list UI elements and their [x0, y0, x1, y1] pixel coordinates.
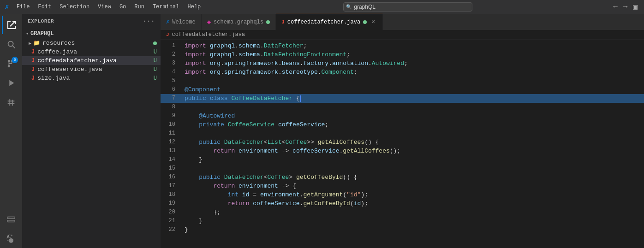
code-line-13: 13 return environment -> coffeeService.g…: [161, 147, 644, 155]
schema-modified-dot: [266, 20, 270, 24]
filename-coffee: coffee.java: [37, 48, 77, 55]
code-editor[interactable]: 1 import graphql.schema.DataFetcher; 2 i…: [161, 40, 644, 248]
graphql-tab-icon: ◈: [207, 18, 211, 26]
menu-view[interactable]: View: [94, 3, 115, 11]
java-tab-icon: J: [281, 19, 285, 25]
file-size-java[interactable]: J size.java U: [22, 74, 161, 83]
code-line-11: 11: [161, 129, 644, 138]
tab-close-button[interactable]: ×: [370, 18, 377, 26]
menu-bar: File Edit Selection View Go Run Terminal…: [13, 3, 205, 11]
main-layout: 5 EXPLORER ··· ▾ GRAPHQL: [0, 14, 644, 248]
menu-help[interactable]: Help: [184, 3, 205, 11]
menu-go[interactable]: Go: [116, 3, 130, 11]
sidebar: EXPLORER ··· ▾ GRAPHQL ▶ 📁 resources J c…: [22, 14, 161, 248]
code-line-6: 6 @Component: [161, 85, 644, 94]
code-line-5: 5: [161, 77, 644, 85]
file-coffeedatafetcher-java[interactable]: J coffeedatafetcher.java U: [22, 56, 161, 65]
breadcrumb-java-icon: J: [166, 32, 169, 37]
svg-line-1: [12, 46, 15, 48]
code-line-19: 19 return coffeeService.getCoffeeById(id…: [161, 199, 644, 208]
file-coffee-java[interactable]: J coffee.java U: [22, 47, 161, 56]
extensions-activity-icon[interactable]: [2, 93, 20, 112]
tab-welcome[interactable]: ✗ Welcome: [161, 14, 202, 30]
svg-point-0: [8, 41, 13, 47]
source-control-badge: 5: [12, 57, 18, 63]
svg-rect-2: [7, 217, 15, 219]
vscode-logo: ✗: [5, 2, 9, 12]
nav-back-button[interactable]: ←: [611, 2, 620, 12]
folder-arrow-icon: ▶: [29, 41, 31, 46]
code-line-3: 3 import org.springframework.beans.facto…: [161, 59, 644, 68]
run-debug-activity-icon[interactable]: [2, 74, 20, 92]
title-bar-right: ← → ▣: [611, 1, 639, 12]
code-line-18: 18 int id = environment.getArgument("id"…: [161, 190, 644, 199]
menu-edit[interactable]: Edit: [34, 3, 55, 11]
explorer-activity-icon[interactable]: [2, 16, 20, 34]
menu-selection[interactable]: Selection: [56, 3, 93, 11]
coffee-modified-badge: U: [154, 49, 157, 55]
search-wrapper: [343, 2, 472, 12]
editor-area: ✗ Welcome ◈ schema.graphqls J coffeedata…: [161, 14, 644, 248]
sidebar-header: EXPLORER ···: [22, 14, 161, 29]
remote-activity-icon[interactable]: [2, 210, 20, 229]
menu-file[interactable]: File: [13, 3, 34, 11]
menu-run[interactable]: Run: [131, 3, 148, 11]
filename-size: size.java: [37, 75, 70, 82]
nav-forward-button[interactable]: →: [621, 2, 630, 12]
vscode-tab-icon: ✗: [166, 18, 169, 25]
search-activity-icon[interactable]: [2, 35, 20, 53]
code-line-17: 17 return environment -> {: [161, 182, 644, 190]
svg-point-5: [9, 221, 10, 222]
svg-point-4: [9, 217, 10, 218]
filename-coffeeservice: coffeeservice.java: [37, 66, 102, 73]
title-search-area: [208, 2, 608, 12]
coffeeservice-modified-badge: U: [154, 66, 157, 73]
tab-coffeedatafetcher-label: coffeedatafetcher.java: [287, 19, 360, 25]
code-line-4: 4 import org.springframework.stereotype.…: [161, 68, 644, 77]
activity-bar: 5: [0, 14, 22, 248]
sidebar-more-actions[interactable]: ···: [143, 18, 155, 25]
python-activity-icon[interactable]: [2, 230, 20, 248]
java-file-icon-size: J: [31, 75, 35, 82]
folder-resources[interactable]: ▶ 📁 resources: [22, 39, 161, 47]
title-bar: ✗ File Edit Selection View Go Run Termin…: [0, 0, 644, 14]
filename-coffeedatafetcher: coffeedatafetcher.java: [37, 57, 117, 64]
title-search-input[interactable]: [343, 2, 472, 12]
sidebar-header-actions: ···: [143, 18, 155, 25]
java-file-icon: J: [31, 49, 35, 55]
code-line-22: 22 }: [161, 225, 644, 234]
java-file-icon-service: J: [31, 66, 35, 73]
breadcrumb-filename: coffeedatafetcher.java: [172, 31, 245, 38]
java-file-icon-active: J: [31, 58, 35, 64]
folder-name: resources: [42, 40, 75, 47]
code-line-9: 9 @Autowired: [161, 112, 644, 120]
coffeedatafetcher-modified-badge: U: [154, 58, 157, 64]
resources-dot-badge: [153, 41, 157, 45]
breadcrumb: J coffeedatafetcher.java: [161, 30, 644, 40]
code-line-21: 21 }: [161, 217, 644, 225]
code-line-15: 15: [161, 164, 644, 173]
tab-bar: ✗ Welcome ◈ schema.graphqls J coffeedata…: [161, 14, 644, 30]
tab-coffeedatafetcher[interactable]: J coffeedatafetcher.java ×: [276, 14, 383, 30]
source-control-activity-icon[interactable]: 5: [2, 54, 20, 73]
file-coffeeservice-java[interactable]: J coffeeservice.java U: [22, 65, 161, 74]
project-name: GRAPHQL: [30, 30, 54, 37]
project-section-header[interactable]: ▾ GRAPHQL: [22, 29, 161, 39]
code-line-12: 12 public DataFetcher<List<Coffee>> getA…: [161, 138, 644, 147]
code-line-1: 1 import graphql.schema.DataFetcher;: [161, 41, 644, 50]
code-line-16: 16 public DataFetcher<Coffee> getCoffeeB…: [161, 173, 644, 182]
coffeedatafetcher-tab-dot: [363, 20, 367, 24]
tab-welcome-label: Welcome: [172, 19, 195, 25]
layout-icon[interactable]: ▣: [631, 1, 639, 12]
code-line-14: 14 }: [161, 155, 644, 164]
size-modified-badge: U: [154, 75, 157, 82]
collapse-arrow-icon: ▾: [26, 31, 29, 36]
folder-icon: 📁: [33, 40, 40, 47]
code-line-20: 20 };: [161, 208, 644, 217]
tab-schema-graphqls[interactable]: ◈ schema.graphqls: [202, 14, 276, 30]
code-line-7: 7 public class CoffeeDataFetcher {: [161, 94, 644, 103]
sidebar-title: EXPLORER: [28, 18, 54, 24]
menu-terminal[interactable]: Terminal: [149, 3, 183, 11]
tab-schema-label: schema.graphqls: [214, 19, 263, 25]
code-line-8: 8: [161, 103, 644, 112]
